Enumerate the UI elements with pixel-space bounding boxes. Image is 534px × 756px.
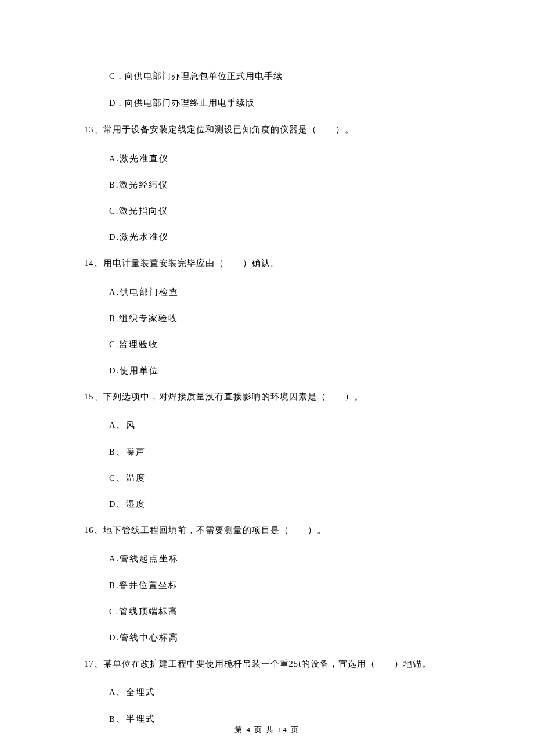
q13-option-a: A.激光准直仪	[109, 152, 450, 165]
question-14: 14、用电计量装置安装完毕应由（ ）确认。	[84, 257, 450, 270]
page-footer: 第 4 页 共 14 页	[0, 725, 534, 735]
question-number: 15、	[84, 392, 103, 401]
q14-option-a: A.供电部门检查	[109, 286, 450, 299]
question-number: 16、	[84, 525, 103, 535]
q15-option-d: D、湿度	[109, 498, 450, 511]
question-17: 17、某单位在改扩建工程中要使用桅杆吊装一个重25t的设备，宜选用（ ）地锚。	[84, 657, 450, 671]
q15-option-c: C、温度	[109, 471, 450, 485]
q17-option-a: A、全埋式	[109, 686, 450, 699]
q16-option-a: A.管线起点坐标	[109, 552, 450, 566]
question-text: 地下管线工程回填前，不需要测量的项目是（ ）。	[103, 525, 326, 535]
q13-option-d: D.激光水准仪	[109, 231, 450, 244]
q17-option-b: B、半埋式	[109, 712, 450, 726]
q14-option-b: B.组织专家验收	[109, 312, 450, 325]
question-15: 15、下列选项中，对焊接质量没有直接影响的环境因素是（ ）。	[84, 390, 450, 404]
question-text: 下列选项中，对焊接质量没有直接影响的环境因素是（ ）。	[103, 392, 363, 401]
page-content: C．向供电部门办理总包单位正式用电手续 D．向供电部门办理终止用电手续版 13、…	[0, 0, 534, 726]
q16-option-b: B.窨井位置坐标	[109, 579, 450, 592]
q14-option-c: C.监理验收	[109, 338, 450, 351]
question-text: 常用于设备安装定线定位和测设已知角度的仪器是（ ）。	[103, 125, 354, 134]
q15-option-b: B、噪声	[109, 445, 450, 459]
question-16: 16、地下管线工程回填前，不需要测量的项目是（ ）。	[84, 524, 450, 537]
q13-option-b: B.激光经纬仪	[109, 178, 450, 192]
question-13: 13、常用于设备安装定线定位和测设已知角度的仪器是（ ）。	[84, 123, 450, 136]
q16-option-d: D.管线中心标高	[109, 631, 450, 645]
question-text: 某单位在改扩建工程中要使用桅杆吊装一个重25t的设备，宜选用（ ）地锚。	[103, 659, 432, 668]
q15-option-a: A、风	[109, 419, 450, 432]
spillover-option-c: C．向供电部门办理总包单位正式用电手续	[109, 70, 450, 83]
question-number: 17、	[84, 659, 103, 668]
q16-option-c: C.管线顶端标高	[109, 605, 450, 618]
spillover-option-d: D．向供电部门办理终止用电手续版	[109, 96, 450, 110]
q14-option-d: D.使用单位	[109, 364, 450, 377]
question-number: 14、	[84, 258, 103, 268]
question-number: 13、	[84, 125, 103, 134]
question-text: 用电计量装置安装完毕应由（ ）确认。	[103, 258, 280, 268]
q13-option-c: C.激光指向仪	[109, 204, 450, 218]
